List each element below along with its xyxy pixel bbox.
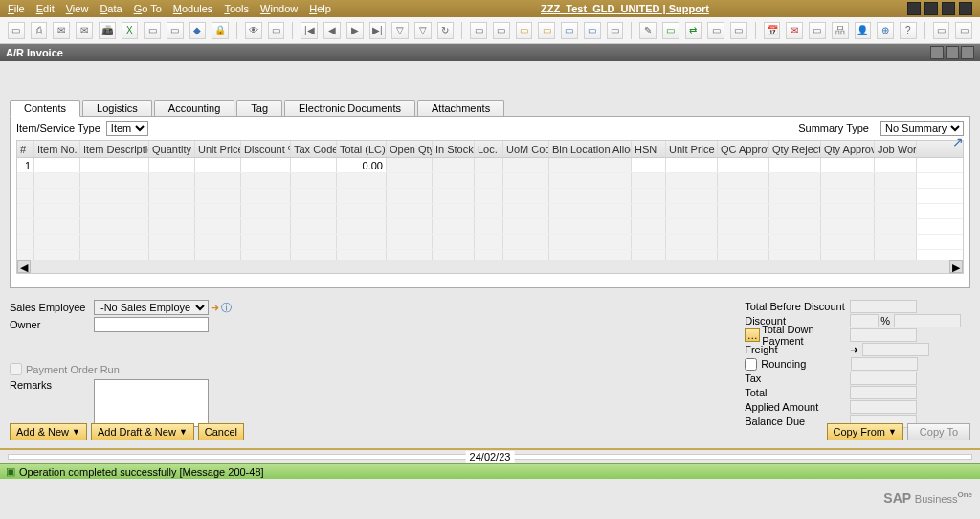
report-icon[interactable]: ▭ (516, 22, 533, 39)
add-and-new-button[interactable]: Add & New▼ (10, 423, 87, 440)
grid-cell[interactable] (503, 189, 549, 203)
menu-tools[interactable]: Tools (224, 3, 249, 14)
copy-to-button[interactable]: Copy To (907, 423, 970, 440)
table-row[interactable] (17, 235, 963, 250)
grid-cell[interactable] (80, 173, 149, 188)
launch-app-icon[interactable]: ◆ (189, 22, 207, 39)
export-word-icon[interactable]: ▭ (167, 22, 184, 39)
grid-cell[interactable] (718, 235, 769, 249)
window-minimize-icon[interactable] (930, 46, 944, 59)
grid-cell[interactable] (433, 219, 475, 234)
grid-col-0[interactable]: # (17, 141, 34, 157)
grid-cell[interactable] (195, 173, 241, 188)
grid-cell[interactable] (433, 235, 475, 249)
grid-cell[interactable] (80, 250, 149, 260)
grid-col-16[interactable]: Qty Rejected (769, 141, 821, 157)
table-row[interactable] (17, 204, 963, 219)
tab-electronic-documents[interactable]: Electronic Documents (284, 100, 415, 117)
grid-cell[interactable] (821, 219, 875, 234)
grid-cell[interactable] (195, 235, 241, 249)
grid-cell[interactable] (241, 204, 291, 218)
preview-icon[interactable]: ▭ (8, 22, 25, 39)
sort-icon[interactable]: ▽ (414, 22, 432, 39)
table-row[interactable] (17, 173, 963, 189)
grid-cell[interactable] (666, 189, 718, 203)
window-maximize-icon[interactable] (946, 46, 959, 59)
grid-cell[interactable] (632, 173, 666, 188)
grid-cell[interactable] (241, 189, 291, 203)
table-row[interactable] (17, 219, 963, 235)
relation-map-icon[interactable]: ▭ (730, 22, 747, 39)
grid-cell[interactable] (337, 204, 387, 218)
grid-cell[interactable] (769, 219, 821, 234)
grid-cell[interactable] (17, 204, 34, 218)
grid-cell[interactable] (149, 204, 195, 218)
grid-cell[interactable] (503, 204, 549, 218)
grid-cell[interactable] (632, 189, 666, 203)
menu-edit[interactable]: Edit (36, 3, 55, 14)
grid-col-5[interactable]: Discount % (241, 141, 291, 157)
grid-cell[interactable] (666, 173, 718, 188)
owner-input[interactable] (94, 317, 209, 332)
grid-col-13[interactable]: HSN (632, 141, 666, 157)
target-doc-icon[interactable]: ▭ (493, 22, 510, 39)
journal-icon[interactable]: ▭ (538, 22, 555, 39)
calendar-icon[interactable]: 📅 (764, 22, 781, 39)
discount-pct-input[interactable] (850, 314, 879, 327)
grid-cell[interactable] (195, 219, 241, 234)
grid-cell[interactable] (291, 158, 337, 172)
grid-cell[interactable] (475, 158, 503, 172)
support-icon[interactable]: ▭ (955, 22, 972, 39)
grid-cell[interactable] (475, 235, 503, 249)
grid-cell[interactable] (666, 250, 718, 260)
grid-cell[interactable] (549, 235, 632, 249)
grid-cell[interactable] (195, 204, 241, 218)
grid-cell[interactable] (291, 173, 337, 188)
grid-cell[interactable] (549, 204, 632, 218)
grid-cell[interactable] (291, 189, 337, 203)
grid-cell[interactable] (433, 173, 475, 188)
grid-cell[interactable] (769, 173, 821, 188)
grid-cell[interactable] (149, 189, 195, 203)
grid-cell[interactable] (291, 219, 337, 234)
grid-cell[interactable] (149, 219, 195, 234)
fax-icon[interactable]: 📠 (99, 22, 116, 39)
grid-cell[interactable] (632, 219, 666, 234)
grid-cell[interactable] (195, 189, 241, 203)
app-close-icon[interactable] (959, 2, 972, 15)
grid-cell[interactable] (241, 219, 291, 234)
my-personal-icon[interactable]: 👤 (855, 22, 872, 39)
grid-cell[interactable] (34, 158, 80, 172)
grid-col-2[interactable]: Item Description (80, 141, 149, 157)
grid-cell[interactable] (195, 250, 241, 260)
grid-col-8[interactable]: Open Qty (387, 141, 433, 157)
grid-col-9[interactable]: In Stock (433, 141, 475, 157)
menu-window[interactable]: Window (260, 3, 298, 14)
down-payment-ellipsis-button[interactable]: … (745, 328, 760, 342)
grid-cell[interactable] (632, 235, 666, 249)
messages-icon[interactable]: ✉ (786, 22, 803, 39)
grid-cell[interactable] (34, 204, 80, 218)
grid-cell[interactable] (17, 235, 34, 249)
grid-cell[interactable] (337, 250, 387, 260)
grid-cell[interactable] (149, 235, 195, 249)
sms-icon[interactable]: ✉ (76, 22, 93, 39)
payment-icon[interactable]: ▭ (561, 22, 578, 39)
grid-cell[interactable] (80, 219, 149, 234)
grid-cell[interactable] (387, 250, 433, 260)
export-pdf-icon[interactable]: ▭ (144, 22, 161, 39)
grid-cell[interactable] (195, 158, 241, 172)
grid-cell[interactable] (17, 189, 34, 203)
volume-weight-icon[interactable]: ▭ (607, 22, 624, 39)
grid-cell[interactable] (475, 250, 503, 260)
grid-cell[interactable] (632, 158, 666, 172)
grid-cell[interactable] (387, 189, 433, 203)
grid-cell[interactable] (291, 204, 337, 218)
grid-cell[interactable] (433, 158, 475, 172)
grid-cell[interactable] (718, 158, 769, 172)
grid-cell[interactable] (718, 250, 769, 260)
cancel-button[interactable]: Cancel (198, 423, 244, 440)
grid-cell[interactable] (387, 173, 433, 188)
grid-cell[interactable] (718, 219, 769, 234)
tab-accounting[interactable]: Accounting (154, 100, 234, 117)
